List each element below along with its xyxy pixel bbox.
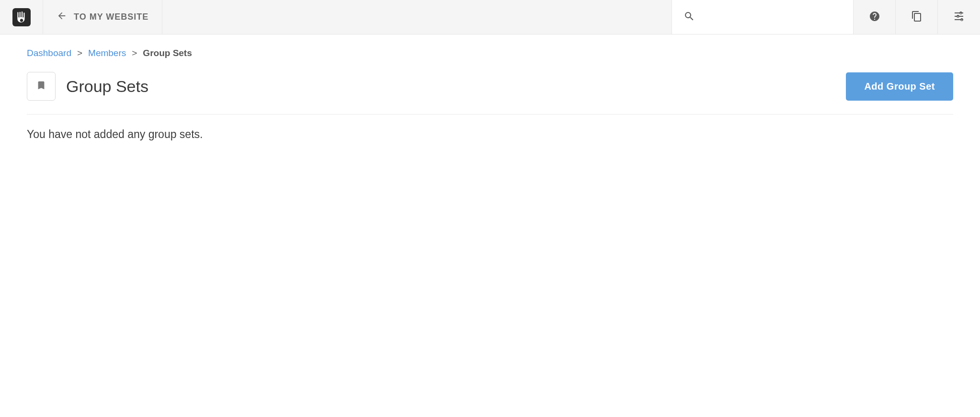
- help-button[interactable]: [854, 0, 896, 34]
- empty-state-message: You have not added any group sets.: [27, 128, 953, 141]
- breadcrumb-separator: >: [77, 48, 82, 58]
- sliders-icon: [953, 11, 965, 24]
- page-header: Group Sets Add Group Set: [27, 72, 953, 115]
- bookmark-button[interactable]: [27, 72, 56, 101]
- add-group-set-button[interactable]: Add Group Set: [846, 72, 953, 101]
- page-title: Group Sets: [66, 77, 148, 96]
- hand-logo-icon: [12, 8, 31, 26]
- breadcrumb-link-members[interactable]: Members: [88, 48, 126, 58]
- settings-button[interactable]: [938, 0, 980, 34]
- top-toolbar: TO MY WEBSITE: [0, 0, 980, 35]
- search-input[interactable]: [702, 13, 842, 22]
- help-icon: [869, 11, 880, 24]
- toolbar-left: TO MY WEBSITE: [0, 0, 162, 34]
- back-to-website-link[interactable]: TO MY WEBSITE: [43, 0, 162, 34]
- breadcrumb-current: Group Sets: [143, 48, 192, 58]
- back-link-label: TO MY WEBSITE: [74, 12, 148, 22]
- search-cell[interactable]: [672, 0, 854, 34]
- breadcrumb: Dashboard > Members > Group Sets: [27, 48, 953, 58]
- toolbar-spacer: [162, 0, 672, 34]
- page-content: Dashboard > Members > Group Sets Group S…: [0, 35, 980, 154]
- breadcrumb-link-dashboard[interactable]: Dashboard: [27, 48, 71, 58]
- search-icon: [684, 11, 695, 24]
- copy-icon: [911, 11, 923, 24]
- logo-button[interactable]: [0, 0, 43, 34]
- copy-button[interactable]: [896, 0, 938, 34]
- page-title-wrap: Group Sets: [27, 72, 148, 101]
- arrow-left-icon: [57, 11, 67, 23]
- breadcrumb-separator: >: [132, 48, 137, 58]
- bookmark-icon: [36, 78, 46, 94]
